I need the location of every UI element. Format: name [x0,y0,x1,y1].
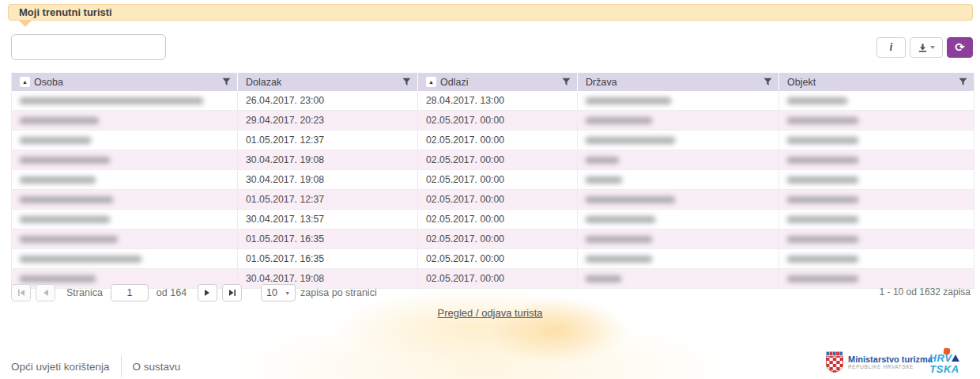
arrival-cell: 01.05.2017. 16:35 [238,249,418,268]
column-header-odlazi[interactable]: ▲Odlazi [418,73,578,91]
object-cell [779,269,974,288]
redacted-person-link[interactable] [20,236,118,243]
refresh-button[interactable]: ⟳ [947,37,973,58]
country-cell [578,249,779,268]
column-header-objekt[interactable]: Objekt [779,73,974,91]
page-label: Stranica [66,287,103,298]
table-row[interactable]: 30.04.2017. 19:0802.05.2017. 00:00 [12,170,974,190]
filter-funnel-icon[interactable] [763,78,772,86]
redacted-country-text [586,216,655,223]
person-cell [12,190,238,209]
arrow-right-icon [204,289,211,297]
table-row[interactable]: 01.05.2017. 16:3502.05.2017. 00:00 [12,229,974,249]
country-cell [578,111,779,130]
redacted-person-link[interactable] [20,196,113,203]
departure-cell: 02.05.2017. 00:00 [418,111,578,130]
previous-page-button[interactable] [36,284,55,301]
person-cell [12,229,238,248]
evisitor-page: Moji trenutni turisti i ⟳ ▲OsobaDolazak▲… [0,0,980,379]
object-cell [779,249,974,268]
croatian-tourist-board-logo: HRVTSKA Hrvatska turistička zajednica [915,353,974,379]
person-cell [12,249,238,268]
pregled-odjava-turista-link[interactable]: Pregled / odjava turista [438,307,543,319]
table-row[interactable]: 26.04.2017. 23:0028.04.2017. 13:00 [12,91,974,111]
redacted-object-text [787,196,858,203]
info-icon: i [890,41,893,54]
redacted-person-link[interactable] [20,137,91,144]
grid-search-input[interactable] [11,34,166,60]
column-header-država[interactable]: Država [578,73,779,91]
table-row[interactable]: 01.05.2017. 12:3702.05.2017. 00:00 [12,131,974,150]
country-cell [578,190,779,209]
redacted-person-link[interactable] [20,256,141,263]
table-row[interactable]: 01.05.2017. 16:3502.05.2017. 00:00 [12,249,974,269]
redacted-object-text [787,176,858,184]
departure-cell: 28.04.2017. 13:00 [418,91,578,110]
page-number-input[interactable] [111,284,149,301]
redacted-person-link[interactable] [20,176,96,184]
person-cell [12,150,238,169]
htz-orange-square-icon [943,347,950,354]
redacted-country-text [586,137,675,144]
person-cell [12,131,238,150]
redacted-country-text [586,236,652,243]
page-size-value: 10 [266,287,277,298]
next-page-button[interactable] [198,284,217,301]
croatian-coat-of-arms-icon [826,351,843,373]
country-cell [578,150,779,169]
redacted-country-text [586,157,619,164]
arrival-cell: 01.05.2017. 16:35 [238,229,418,248]
departure-cell: 02.05.2017. 00:00 [418,190,578,209]
redacted-person-link[interactable] [20,97,203,104]
departure-cell: 02.05.2017. 00:00 [418,249,578,268]
refresh-icon: ⟳ [955,42,965,54]
redacted-person-link[interactable] [20,157,110,164]
filter-funnel-icon[interactable] [402,78,411,86]
page-size-select[interactable]: 10 ▼ [261,284,296,301]
redacted-person-link[interactable] [20,216,110,223]
object-cell [779,229,974,248]
footer-links: Opći uvjeti korištenja O sustavu [11,355,180,377]
country-cell [578,229,779,248]
grid-toolbar: i ⟳ [876,37,973,58]
first-page-button[interactable] [11,284,31,301]
country-cell [578,91,779,110]
filter-funnel-icon[interactable] [222,78,231,86]
redacted-object-text [787,157,858,164]
table-row[interactable]: 30.04.2017. 13:5702.05.2017. 00:00 [12,210,974,229]
table-row[interactable]: 29.04.2017. 20:2302.05.2017. 00:00 [12,111,974,131]
info-button[interactable]: i [876,37,906,58]
table-header-row: ▲OsobaDolazak▲OdlaziDržavaObjekt [12,73,974,91]
redacted-person-link[interactable] [20,275,96,282]
country-cell [578,210,779,229]
redacted-country-text [586,196,675,203]
person-cell [12,210,238,229]
redacted-object-text [787,216,858,223]
about-system-link[interactable]: O sustavu [133,361,181,373]
object-cell [779,170,974,189]
country-cell [578,170,779,189]
seek-last-icon [228,289,236,297]
table-body: 26.04.2017. 23:0028.04.2017. 13:0029.04.… [12,91,974,289]
table-row[interactable]: 30.04.2017. 19:0802.05.2017. 00:00 [12,150,974,170]
arrival-cell: 30.04.2017. 19:08 [238,170,418,189]
country-cell [578,269,779,288]
column-label: Osoba [34,77,63,88]
object-cell [779,150,974,169]
redacted-person-link[interactable] [20,117,99,124]
tab-moji-trenutni-turisti[interactable]: Moji trenutni turisti [8,4,973,21]
tab-pointer-arrow [19,21,32,27]
object-cell [779,210,974,229]
column-header-osoba[interactable]: ▲Osoba [12,73,238,91]
column-header-dolazak[interactable]: Dolazak [238,73,418,91]
filter-funnel-icon[interactable] [562,78,571,86]
export-button[interactable] [910,37,943,58]
person-cell [12,91,238,110]
filter-funnel-icon[interactable] [959,78,967,86]
last-page-button[interactable] [222,284,242,301]
table-row[interactable]: 01.05.2017. 12:3702.05.2017. 00:00 [12,190,974,210]
object-cell [779,190,974,209]
departure-cell: 02.05.2017. 00:00 [418,269,578,288]
terms-link[interactable]: Opći uvjeti korištenja [11,361,110,373]
object-cell [779,111,974,130]
